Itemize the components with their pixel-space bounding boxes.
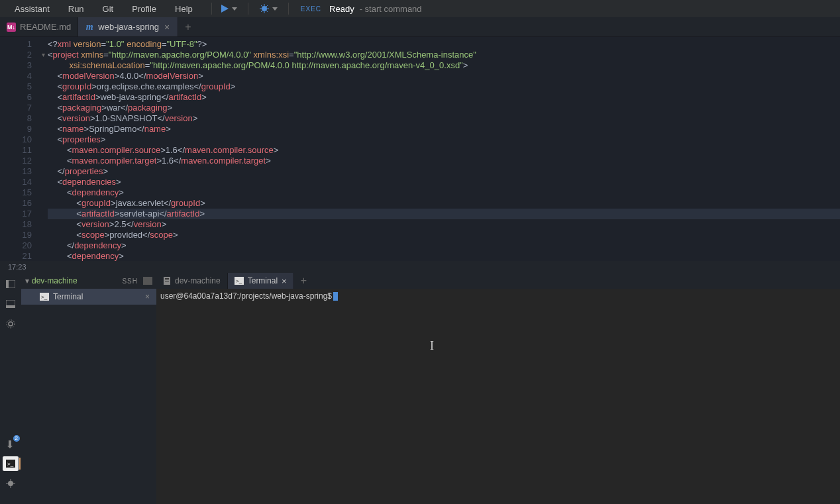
code-line[interactable]: <artifactId>servlet-api</artifactId>: [48, 209, 840, 219]
code-line[interactable]: </properties>: [48, 166, 840, 177]
ssh-icon[interactable]: [143, 277, 152, 285]
code-line[interactable]: <version>2.5</version>: [48, 219, 840, 230]
code-editor[interactable]: 123456789101112131415161718192021 ▾ <?xm…: [0, 37, 840, 261]
ssh-label[interactable]: SSH: [122, 277, 138, 285]
svg-line-8: [261, 11, 262, 12]
code-line[interactable]: xsi:schemaLocation="http://maven.apache.…: [48, 60, 840, 71]
code-line[interactable]: <name>SpringDemo</name>: [48, 124, 840, 134]
menu-help[interactable]: Help: [166, 1, 202, 17]
separator: [211, 3, 212, 15]
term-tab-terminal[interactable]: >_ Terminal ×: [228, 273, 294, 289]
rail-debug-icon[interactable]: [3, 476, 19, 491]
svg-rect-25: [165, 279, 169, 280]
badge-count: 2: [13, 435, 20, 442]
code-line[interactable]: <dependency>: [48, 251, 840, 261]
maven-icon: m: [85, 23, 94, 32]
terminal-tabbar: dev-machine >_ Terminal × +: [156, 273, 840, 289]
menu-git[interactable]: Git: [93, 1, 123, 17]
separator: [288, 3, 289, 15]
code-line[interactable]: <?xml version="1.0" encoding="UTF-8"?>: [48, 39, 840, 50]
rail-events-icon[interactable]: 2: [3, 436, 19, 451]
menu-run[interactable]: Run: [59, 1, 93, 17]
code-line[interactable]: <maven.compiler.target>1.6</maven.compil…: [48, 156, 840, 166]
text-cursor-icon: I: [430, 339, 434, 353]
menu-profile[interactable]: Profile: [123, 1, 166, 17]
code-line[interactable]: <maven.compiler.source>1.6</maven.compil…: [48, 145, 840, 156]
code-line[interactable]: <modelVersion>4.0.0</modelVersion>: [48, 71, 840, 81]
terminal-icon: >_: [40, 293, 49, 301]
svg-line-9: [266, 11, 268, 12]
new-terminal-button[interactable]: +: [294, 273, 313, 289]
terminal-body[interactable]: user@64a00a7a13d7:/projects/web-java-spr…: [156, 289, 840, 504]
exec-label: EXEC: [301, 5, 321, 13]
machine-header[interactable]: ▾ dev-machine SSH: [21, 273, 156, 289]
code-line[interactable]: <version>1.0-SNAPSHOT</version>: [48, 113, 840, 124]
svg-point-14: [9, 322, 13, 326]
code-line[interactable]: <scope>provided</scope>: [48, 230, 840, 240]
tab-readme[interactable]: M↓ README.md: [0, 17, 78, 36]
left-rail: 2 >_: [0, 273, 21, 504]
process-label: Terminal: [53, 292, 83, 301]
markdown-icon: M↓: [7, 23, 16, 32]
close-icon[interactable]: ×: [282, 276, 287, 286]
svg-rect-11: [6, 280, 9, 288]
rail-outline-icon[interactable]: [3, 277, 19, 291]
chevron-down-icon: [232, 7, 237, 11]
svg-point-1: [262, 6, 267, 11]
status-hint: - start command: [360, 4, 422, 14]
rail-gear-icon[interactable]: [3, 317, 19, 331]
svg-rect-24: [165, 278, 169, 279]
editor-tabbar: M↓ README.md m web-java-spring × +: [0, 17, 840, 37]
new-tab-button[interactable]: +: [178, 17, 197, 36]
chevron-down-icon: [272, 7, 278, 11]
close-icon[interactable]: ×: [163, 22, 171, 32]
fold-column[interactable]: ▾: [38, 37, 48, 261]
terminal-cursor: [333, 292, 338, 301]
menubar: Assistant Run Git Profile Help: [0, 0, 207, 17]
svg-rect-26: [165, 281, 169, 281]
cursor-position: 17:23: [8, 263, 26, 271]
debug-button[interactable]: [255, 3, 282, 15]
toolbar: EXEC Ready - start command: [216, 0, 422, 17]
separator: [248, 3, 248, 15]
code-line[interactable]: <groupId>javax.servlet</groupId>: [48, 198, 840, 209]
code-line[interactable]: <dependencies>: [48, 177, 840, 187]
machine-name: dev-machine: [32, 276, 78, 285]
chevron-down-icon: ▾: [25, 276, 29, 285]
svg-text:>_: >_: [7, 461, 14, 467]
svg-line-6: [261, 5, 262, 7]
run-button[interactable]: [216, 3, 241, 15]
tab-label: web-java-spring: [98, 22, 159, 32]
code-line[interactable]: <dependency>: [48, 187, 840, 198]
tab-label: dev-machine: [175, 276, 221, 285]
tab-label: Terminal: [248, 276, 278, 285]
term-tab-dev-machine[interactable]: dev-machine: [156, 273, 228, 289]
status-ready: Ready: [329, 4, 354, 14]
tab-label: README.md: [20, 22, 71, 32]
process-terminal-item[interactable]: >_ Terminal ×: [21, 289, 156, 305]
svg-marker-0: [221, 5, 229, 13]
doc-icon: [163, 277, 171, 285]
tab-web-java-spring[interactable]: m web-java-spring ×: [78, 17, 178, 36]
rail-panel-icon[interactable]: [3, 297, 19, 311]
terminal-prompt: user@64a00a7a13d7:/projects/web-java-spr…: [160, 291, 332, 301]
svg-rect-13: [6, 305, 15, 308]
close-icon[interactable]: ×: [145, 292, 150, 301]
svg-line-7: [266, 5, 268, 7]
rail-terminal-icon[interactable]: >_: [3, 456, 19, 471]
process-panel: ▾ dev-machine SSH >_ Terminal ×: [21, 273, 156, 504]
line-gutter: 123456789101112131415161718192021: [0, 37, 38, 261]
code-body[interactable]: <?xml version="1.0" encoding="UTF-8"?><p…: [48, 37, 840, 261]
code-line[interactable]: <project xmlns="http://maven.apache.org/…: [48, 50, 840, 60]
svg-text:>_: >_: [41, 294, 48, 300]
code-line[interactable]: </dependency>: [48, 240, 840, 251]
code-line[interactable]: <artifactId>web-java-spring</artifactId>: [48, 92, 840, 103]
code-line[interactable]: <properties>: [48, 134, 840, 145]
terminal-area: dev-machine >_ Terminal × + user@64a00a7…: [156, 273, 840, 504]
statusbar: 17:23: [0, 261, 840, 273]
code-line[interactable]: <packaging>war</packaging>: [48, 103, 840, 113]
terminal-icon: >_: [235, 277, 244, 285]
code-line[interactable]: <groupId>org.eclipse.che.examples</group…: [48, 81, 840, 92]
svg-point-15: [7, 320, 15, 328]
menu-assistant[interactable]: Assistant: [5, 1, 59, 17]
